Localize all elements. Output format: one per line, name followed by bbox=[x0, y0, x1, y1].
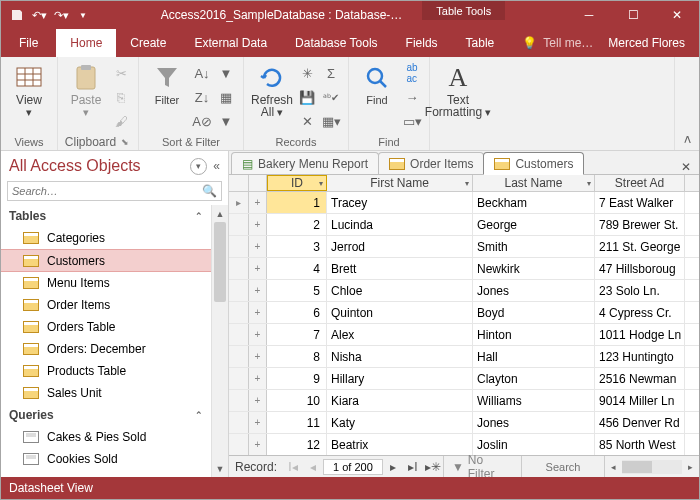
goto-button[interactable]: → bbox=[401, 86, 423, 108]
expand-row-button[interactable]: + bbox=[249, 412, 267, 433]
nav-title[interactable]: All Access Objects bbox=[9, 157, 184, 175]
hscroll-track[interactable] bbox=[622, 460, 682, 474]
refresh-all-button[interactable]: Refresh All ▾ bbox=[250, 60, 294, 120]
expand-row-button[interactable]: + bbox=[249, 434, 267, 455]
expand-row-button[interactable]: + bbox=[249, 214, 267, 235]
table-row[interactable]: ▸+1TraceyBeckham7 East Walker bbox=[229, 192, 699, 214]
scroll-down-button[interactable]: ▼ bbox=[212, 460, 228, 477]
cell-id[interactable]: 2 bbox=[267, 214, 327, 235]
last-record-button[interactable]: ▸I bbox=[403, 457, 423, 477]
totals-button[interactable]: Σ bbox=[320, 62, 342, 84]
row-selector[interactable] bbox=[229, 214, 249, 235]
minimize-button[interactable]: ─ bbox=[567, 1, 611, 29]
nav-item[interactable]: Orders: December bbox=[1, 338, 211, 360]
row-selector[interactable] bbox=[229, 324, 249, 345]
column-filter-icon[interactable]: ▾ bbox=[465, 179, 469, 188]
cell-id[interactable]: 5 bbox=[267, 280, 327, 301]
redo-icon[interactable]: ↷▾ bbox=[53, 7, 69, 23]
first-record-button[interactable]: I◂ bbox=[283, 457, 303, 477]
cell-lastname[interactable]: Beckham bbox=[473, 192, 595, 213]
cell-firstname[interactable]: Nisha bbox=[327, 346, 473, 367]
cell-firstname[interactable]: Katy bbox=[327, 412, 473, 433]
column-filter-icon[interactable]: ▾ bbox=[587, 179, 591, 188]
cell-streetaddr[interactable]: 7 East Walker bbox=[595, 192, 685, 213]
user-name[interactable]: Merced Flores bbox=[594, 29, 699, 57]
row-selector[interactable] bbox=[229, 280, 249, 301]
close-button[interactable]: ✕ bbox=[655, 1, 699, 29]
qat-customize-icon[interactable]: ▼ bbox=[75, 7, 91, 23]
cell-firstname[interactable]: Jerrod bbox=[327, 236, 473, 257]
nav-item[interactable]: Orders Table bbox=[1, 316, 211, 338]
cell-id[interactable]: 11 bbox=[267, 412, 327, 433]
expand-row-button[interactable]: + bbox=[249, 324, 267, 345]
cell-id[interactable]: 6 bbox=[267, 302, 327, 323]
filter-indicator[interactable]: ▼No Filter bbox=[443, 456, 522, 477]
copy-button[interactable]: ⎘ bbox=[110, 86, 132, 108]
expand-row-button[interactable]: + bbox=[249, 302, 267, 323]
row-selector[interactable] bbox=[229, 346, 249, 367]
object-tab-order-items[interactable]: Order Items bbox=[378, 152, 484, 174]
cell-firstname[interactable]: Alex bbox=[327, 324, 473, 345]
cell-lastname[interactable]: Jones bbox=[473, 412, 595, 433]
cell-streetaddr[interactable]: 9014 Miller Ln bbox=[595, 390, 685, 411]
row-selector[interactable] bbox=[229, 258, 249, 279]
object-tab-bakery-menu-report[interactable]: ▤Bakery Menu Report bbox=[231, 152, 379, 174]
expand-row-button[interactable]: + bbox=[249, 236, 267, 257]
cell-id[interactable]: 12 bbox=[267, 434, 327, 455]
nav-item[interactable]: Cookies Sold bbox=[1, 448, 211, 470]
expand-row-button[interactable]: + bbox=[249, 368, 267, 389]
row-selector[interactable] bbox=[229, 236, 249, 257]
row-selector[interactable] bbox=[229, 390, 249, 411]
cell-lastname[interactable]: Joslin bbox=[473, 434, 595, 455]
cell-id[interactable]: 3 bbox=[267, 236, 327, 257]
tab-create[interactable]: Create bbox=[116, 29, 180, 57]
cell-firstname[interactable]: Chloe bbox=[327, 280, 473, 301]
cell-streetaddr[interactable]: 85 North West bbox=[595, 434, 685, 455]
prev-record-button[interactable]: ◂ bbox=[303, 457, 323, 477]
tab-external-data[interactable]: External Data bbox=[180, 29, 281, 57]
nav-group[interactable]: Tables⌃ bbox=[1, 205, 211, 227]
cell-lastname[interactable]: Newkirk bbox=[473, 258, 595, 279]
replace-button[interactable]: abac bbox=[401, 62, 423, 84]
sort-asc-button[interactable]: A↓ bbox=[191, 62, 213, 84]
nav-item[interactable]: Order Items bbox=[1, 294, 211, 316]
nav-item[interactable]: Sales Unit bbox=[1, 382, 211, 404]
cell-id[interactable]: 1 bbox=[267, 192, 327, 213]
delete-record-button[interactable]: ✕ bbox=[296, 110, 318, 132]
cell-firstname[interactable]: Quinton bbox=[327, 302, 473, 323]
undo-icon[interactable]: ↶▾ bbox=[31, 7, 47, 23]
tab-table[interactable]: Table bbox=[452, 29, 509, 57]
table-row[interactable]: +12BeatrixJoslin85 North West bbox=[229, 434, 699, 455]
row-selector[interactable] bbox=[229, 302, 249, 323]
maximize-button[interactable]: ☐ bbox=[611, 1, 655, 29]
expand-row-button[interactable]: + bbox=[249, 280, 267, 301]
nav-item[interactable]: Cakes & Pies Sold bbox=[1, 426, 211, 448]
nav-menu-button[interactable]: ▾ bbox=[190, 158, 207, 175]
tab-file[interactable]: File bbox=[1, 29, 56, 57]
horizontal-scrollbar[interactable]: ◂ ▸ bbox=[604, 456, 699, 477]
cell-streetaddr[interactable]: 4 Cypress Cr. bbox=[595, 302, 685, 323]
expand-row-button[interactable]: + bbox=[249, 258, 267, 279]
hscroll-left-button[interactable]: ◂ bbox=[605, 458, 622, 475]
expand-row-button[interactable]: + bbox=[249, 390, 267, 411]
cell-streetaddr[interactable]: 47 Hillsboroug bbox=[595, 258, 685, 279]
cell-firstname[interactable]: Beatrix bbox=[327, 434, 473, 455]
paste-button[interactable]: Paste▾ bbox=[64, 60, 108, 120]
cell-streetaddr[interactable]: 1011 Hodge Ln bbox=[595, 324, 685, 345]
new-record-nav-button[interactable]: ▸✳ bbox=[423, 457, 443, 477]
cell-id[interactable]: 8 bbox=[267, 346, 327, 367]
cell-firstname[interactable]: Brett bbox=[327, 258, 473, 279]
column-header-lastname[interactable]: Last Name▾ bbox=[473, 175, 595, 191]
nav-item[interactable]: Customers bbox=[1, 249, 211, 272]
table-row[interactable]: +10KiaraWilliams9014 Miller Ln bbox=[229, 390, 699, 412]
find-button[interactable]: Find bbox=[355, 60, 399, 108]
cell-streetaddr[interactable]: 123 Huntingto bbox=[595, 346, 685, 367]
filter-button[interactable]: Filter bbox=[145, 60, 189, 108]
collapse-ribbon-button[interactable]: ʌ bbox=[675, 57, 699, 150]
table-row[interactable]: +2LucindaGeorge789 Brewer St. bbox=[229, 214, 699, 236]
cell-lastname[interactable]: Williams bbox=[473, 390, 595, 411]
save-record-button[interactable]: 💾 bbox=[296, 86, 318, 108]
tell-me-search[interactable]: 💡 Tell me… bbox=[508, 29, 594, 57]
cell-firstname[interactable]: Kiara bbox=[327, 390, 473, 411]
scroll-thumb[interactable] bbox=[214, 222, 226, 302]
